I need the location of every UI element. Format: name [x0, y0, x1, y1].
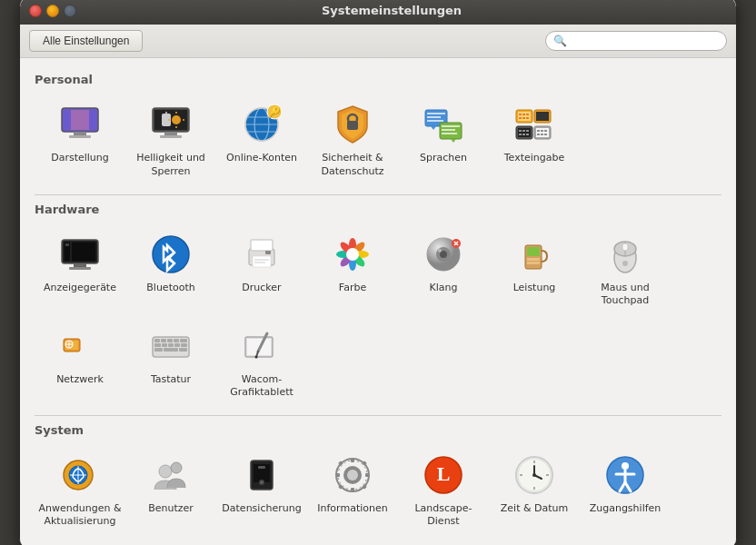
benutzer-label: Benutzer [148, 502, 194, 515]
svg-rect-72 [253, 256, 271, 267]
svg-text:L: L [437, 462, 451, 485]
svg-point-85 [346, 248, 359, 261]
svg-rect-109 [154, 339, 160, 342]
svg-rect-57 [526, 114, 529, 115]
helligkeit-label: Helligkeit und Sperren [129, 152, 213, 178]
svg-rect-40 [522, 130, 525, 132]
search-icon: 🔍 [553, 35, 567, 47]
item-sprachen[interactable]: Sprachen [398, 94, 489, 185]
svg-rect-44 [526, 134, 529, 135]
drucker-label: Drucker [242, 282, 281, 294]
item-bluetooth[interactable]: Bluetooth [125, 223, 216, 315]
datensicherung-icon [238, 451, 285, 499]
svg-rect-3 [69, 135, 91, 138]
svg-rect-54 [518, 112, 531, 121]
anzeigegeraete-icon [56, 231, 104, 278]
informationen-label: Informationen [317, 502, 387, 515]
wacom-label: Wacom-Grafiktablett [220, 373, 303, 400]
svg-rect-36 [536, 112, 549, 121]
item-online-konten[interactable]: 🔑 Online-Konten [216, 94, 307, 185]
item-leistung[interactable]: Leistung [489, 223, 580, 315]
svg-rect-113 [180, 339, 187, 342]
item-informationen[interactable]: Informationen [307, 444, 398, 536]
section-personal-title: Personal [35, 73, 721, 86]
svg-rect-27 [427, 116, 441, 118]
sprachen-icon [420, 101, 467, 148]
wacom-icon [238, 322, 285, 370]
main-window: Systemeinstellungen Alle Einstellungen 🔍… [19, 0, 737, 545]
item-wacom[interactable]: Wacom-Grafiktablett [216, 315, 307, 407]
hardware-grid: Anzeigegeräte Bluetooth [35, 223, 721, 406]
svg-rect-47 [537, 130, 540, 132]
item-farbe[interactable]: Farbe [307, 223, 398, 315]
item-landscape[interactable]: L Landscape-Dienst [398, 444, 489, 536]
svg-rect-59 [522, 117, 525, 119]
svg-point-132 [171, 462, 182, 473]
svg-rect-41 [526, 130, 529, 132]
datensicherung-label: Datensicherung [222, 502, 301, 515]
item-helligkeit[interactable]: Helligkeit und Sperren [125, 94, 216, 185]
minimize-button[interactable] [46, 5, 59, 17]
tastatur-label: Tastatur [151, 373, 191, 386]
svg-rect-73 [251, 240, 273, 251]
leistung-label: Leistung [513, 282, 556, 294]
svg-point-126 [255, 355, 258, 358]
svg-rect-42 [519, 134, 522, 135]
svg-rect-33 [442, 133, 457, 134]
item-tastatur[interactable]: Tastatur [125, 315, 216, 407]
netzwerk-icon [56, 322, 104, 370]
klang-icon [420, 231, 467, 278]
item-anzeigegeraete[interactable]: Anzeigegeräte [35, 223, 125, 315]
svg-rect-116 [168, 343, 174, 347]
svg-rect-9 [160, 135, 182, 138]
item-netzwerk[interactable]: Netzwerk [35, 315, 125, 407]
texteingabe-icon [511, 101, 558, 148]
svg-rect-74 [265, 251, 271, 254]
landscape-icon: L [420, 451, 467, 499]
svg-rect-43 [522, 134, 525, 135]
svg-rect-52 [544, 134, 547, 135]
item-darstellung[interactable]: Darstellung [35, 94, 125, 185]
svg-rect-118 [181, 343, 187, 347]
item-maus[interactable]: Maus und Touchpad [580, 223, 671, 315]
toolbar: Alle Einstellungen 🔍 [20, 25, 736, 58]
farbe-label: Farbe [339, 282, 366, 294]
item-benutzer[interactable]: Benutzer [125, 444, 216, 536]
divider-system [35, 415, 721, 416]
svg-rect-143 [365, 473, 369, 477]
drucker-icon [238, 231, 285, 278]
system-grid: Anwendungen & Aktualisierung Benutzer [35, 444, 721, 536]
svg-rect-58 [519, 117, 522, 119]
item-texteingabe[interactable]: Texteingabe [489, 94, 580, 185]
item-drucker[interactable]: Drucker [216, 223, 307, 315]
item-datensicherung[interactable]: Datensicherung [216, 444, 307, 536]
search-box: 🔍 [545, 31, 727, 51]
svg-rect-39 [519, 130, 522, 132]
item-anwendungen[interactable]: Anwendungen & Aktualisierung [35, 444, 125, 536]
bluetooth-label: Bluetooth [146, 282, 194, 294]
item-klang[interactable]: Klang [398, 223, 489, 315]
item-sicherheit[interactable]: Sicherheit & Datenschutz [307, 94, 398, 185]
svg-point-10 [172, 115, 181, 124]
svg-rect-8 [164, 132, 177, 135]
sprachen-label: Sprachen [420, 152, 467, 164]
online-konten-icon: 🔑 [238, 101, 285, 148]
titlebar: Systemeinstellungen [20, 0, 736, 25]
svg-text:🔑: 🔑 [268, 105, 281, 118]
item-zugangshilfen[interactable]: Zugangshilfen [580, 444, 671, 536]
svg-rect-66 [69, 267, 91, 270]
close-button[interactable] [29, 5, 42, 17]
svg-rect-46 [536, 128, 549, 137]
item-zeitdatum[interactable]: Zeit & Datum [489, 444, 580, 536]
svg-rect-51 [541, 134, 543, 135]
svg-rect-140 [351, 459, 354, 462]
svg-rect-2 [74, 132, 86, 135]
svg-rect-55 [519, 114, 522, 115]
zugangshilfen-label: Zugangshilfen [590, 502, 662, 515]
search-input[interactable] [571, 35, 716, 47]
svg-rect-38 [518, 128, 531, 137]
svg-marker-34 [451, 139, 456, 143]
maximize-button[interactable] [64, 5, 76, 17]
leistung-icon [511, 231, 558, 278]
alle-einstellungen-button[interactable]: Alle Einstellungen [29, 30, 143, 52]
